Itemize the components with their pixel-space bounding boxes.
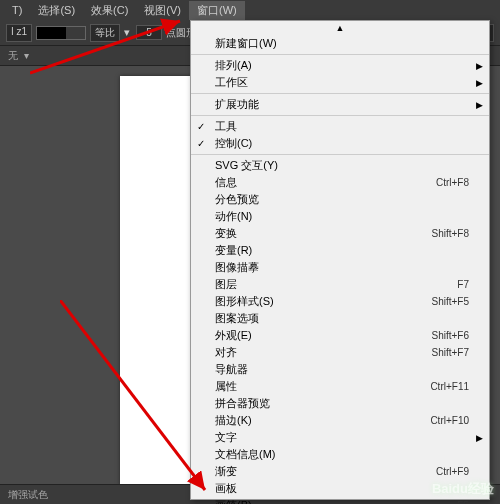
check-icon: ✓	[197, 121, 205, 132]
menu-separator	[191, 154, 489, 155]
menu-item-label: 信息	[215, 175, 237, 190]
menu-item-label: 工作区	[215, 75, 248, 90]
points-field[interactable]: 5	[136, 25, 162, 40]
menu-item-label: 排列(A)	[215, 58, 252, 73]
submenu-arrow-icon: ▶	[476, 100, 483, 110]
menu-shortcut: Ctrl+F10	[430, 415, 469, 426]
menu-item-label: 变换	[215, 226, 237, 241]
menu-item-28[interactable]: 渐变Ctrl+F9	[191, 463, 489, 480]
menu-item-label: 对齐	[215, 345, 237, 360]
menubar-view[interactable]: 视图(V)	[136, 1, 189, 20]
menu-item-14[interactable]: 变换Shift+F8	[191, 225, 489, 242]
menu-separator	[191, 54, 489, 55]
check-icon: ✓	[197, 138, 205, 149]
menu-item-5[interactable]: 扩展功能▶	[191, 96, 489, 113]
menu-item-12[interactable]: 分色预览	[191, 191, 489, 208]
menu-item-7[interactable]: ✓工具	[191, 118, 489, 135]
menu-item-label: 渐变	[215, 464, 237, 479]
menu-item-22[interactable]: 导航器	[191, 361, 489, 378]
menu-shortcut: Shift+F6	[431, 330, 469, 341]
menu-item-8[interactable]: ✓控制(C)	[191, 135, 489, 152]
menu-item-label: 拼合器预览	[215, 396, 270, 411]
chevron-down-icon[interactable]: ▾	[124, 26, 130, 39]
menu-shortcut: F5	[457, 500, 469, 504]
menu-item-25[interactable]: 描边(K)Ctrl+F10	[191, 412, 489, 429]
menu-item-30[interactable]: 画笔(B)F5	[191, 497, 489, 504]
menu-item-label: 描边(K)	[215, 413, 252, 428]
menu-item-label: SVG 交互(Y)	[215, 158, 278, 173]
zoom-select[interactable]: I z1	[6, 24, 32, 42]
submenu-arrow-icon: ▶	[476, 61, 483, 71]
menu-item-label: 工具	[215, 119, 237, 134]
menu-item-label: 图案选项	[215, 311, 259, 326]
menu-item-15[interactable]: 变量(R)	[191, 242, 489, 259]
menu-item-label: 文档信息(M)	[215, 447, 276, 462]
menu-item-label: 扩展功能	[215, 97, 259, 112]
menu-item-20[interactable]: 外观(E)Shift+F6	[191, 327, 489, 344]
menu-separator	[191, 93, 489, 94]
menu-item-label: 动作(N)	[215, 209, 252, 224]
menubar: T) 选择(S) 效果(C) 视图(V) 窗口(W)	[0, 0, 500, 20]
chevron-down-icon[interactable]: ▾	[24, 50, 29, 61]
menu-item-label: 控制(C)	[215, 136, 252, 151]
menu-item-label: 画笔(B)	[215, 498, 252, 504]
menu-item-29[interactable]: 画板	[191, 480, 489, 497]
menu-item-label: 分色预览	[215, 192, 259, 207]
menubar-effect[interactable]: 效果(C)	[83, 1, 136, 20]
menu-shortcut: Shift+F5	[431, 296, 469, 307]
menu-item-label: 画板	[215, 481, 237, 496]
window-menu: ▲ 新建窗口(W)排列(A)▶工作区▶扩展功能▶✓工具✓控制(C)SVG 交互(…	[190, 20, 490, 500]
menu-item-label: 新建窗口(W)	[215, 36, 277, 51]
menu-shortcut: Shift+F8	[431, 228, 469, 239]
menu-shortcut: Ctrl+F11	[430, 381, 469, 392]
menu-shortcut: F7	[457, 279, 469, 290]
menu-item-13[interactable]: 动作(N)	[191, 208, 489, 225]
menu-item-11[interactable]: 信息Ctrl+F8	[191, 174, 489, 191]
menu-item-16[interactable]: 图像描摹	[191, 259, 489, 276]
stroke-preview[interactable]	[36, 26, 86, 40]
menu-item-label: 图形样式(S)	[215, 294, 274, 309]
menu-item-label: 导航器	[215, 362, 248, 377]
menu-item-0[interactable]: 新建窗口(W)	[191, 35, 489, 52]
submenu-arrow-icon: ▶	[476, 433, 483, 443]
menu-item-3[interactable]: 工作区▶	[191, 74, 489, 91]
menu-item-24[interactable]: 拼合器预览	[191, 395, 489, 412]
menu-item-2[interactable]: 排列(A)▶	[191, 57, 489, 74]
menu-item-19[interactable]: 图案选项	[191, 310, 489, 327]
menu-item-label: 变量(R)	[215, 243, 252, 258]
menu-item-label: 文字	[215, 430, 237, 445]
subbar-label: 无	[8, 49, 18, 63]
menu-item-17[interactable]: 图层F7	[191, 276, 489, 293]
menu-item-26[interactable]: 文字▶	[191, 429, 489, 446]
scroll-up-arrow[interactable]: ▲	[191, 21, 489, 35]
menu-shortcut: Ctrl+F9	[436, 466, 469, 477]
statusbar-label: 增强试色	[8, 488, 48, 502]
menu-item-label: 图层	[215, 277, 237, 292]
menubar-t[interactable]: T)	[4, 2, 30, 18]
menubar-select[interactable]: 选择(S)	[30, 1, 83, 20]
submenu-arrow-icon: ▶	[476, 78, 483, 88]
menu-item-10[interactable]: SVG 交互(Y)	[191, 157, 489, 174]
menu-separator	[191, 115, 489, 116]
menu-shortcut: Shift+F7	[431, 347, 469, 358]
ratio-select[interactable]: 等比	[90, 24, 120, 42]
menu-item-label: 外观(E)	[215, 328, 252, 343]
menu-item-label: 属性	[215, 379, 237, 394]
menu-item-23[interactable]: 属性Ctrl+F11	[191, 378, 489, 395]
menu-item-21[interactable]: 对齐Shift+F7	[191, 344, 489, 361]
menu-shortcut: Ctrl+F8	[436, 177, 469, 188]
menu-item-label: 图像描摹	[215, 260, 259, 275]
menu-item-18[interactable]: 图形样式(S)Shift+F5	[191, 293, 489, 310]
menubar-window[interactable]: 窗口(W)	[189, 1, 245, 20]
menu-item-27[interactable]: 文档信息(M)	[191, 446, 489, 463]
